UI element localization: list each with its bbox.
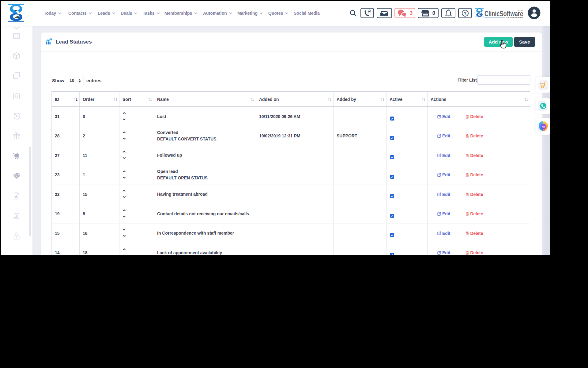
svg-text:TEN STEPS AHEAD: TEN STEPS AHEAD [505,17,523,18]
svg-text:.com: .com [518,9,523,12]
svg-text:AI: AI [542,125,545,128]
svg-text:?: ? [464,11,466,16]
svg-text:12: 12 [15,36,18,39]
